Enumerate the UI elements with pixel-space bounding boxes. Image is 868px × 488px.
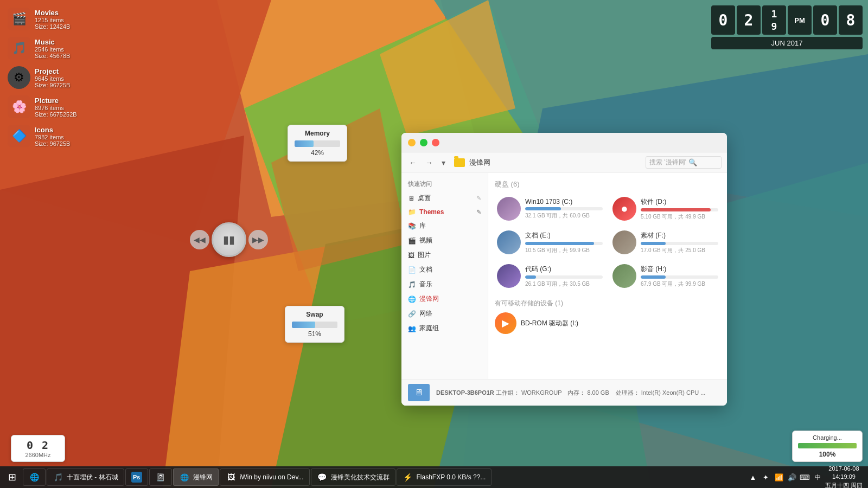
clock-digits: 0 2 1 9 PM 0 8: [711, 5, 863, 35]
flashfxp-icon: ⚡: [403, 472, 413, 483]
ps-icon: Ps: [131, 472, 142, 483]
desktop-sidebar-icon: 🖥: [408, 195, 414, 202]
charging-bar-fill: [798, 443, 857, 448]
next-button[interactable]: ▶▶: [248, 230, 268, 249]
memory-footer-value: 8.00 GB: [587, 389, 609, 396]
taskbar-wangfeng[interactable]: 🌐 漫锋网: [173, 468, 219, 486]
drive-h[interactable]: 影音 (H:) 67.9 GB 可用，共 99.9 GB: [610, 262, 720, 290]
movies-name: Movies: [35, 9, 70, 17]
picture-items: 8976 items: [35, 105, 77, 111]
music-items: 2546 items: [35, 46, 70, 53]
player-center[interactable]: ▮▮: [212, 222, 246, 257]
document-sidebar-icon: 📄: [408, 266, 416, 274]
clock-hour2: 2: [737, 5, 761, 35]
start-button[interactable]: ⊞: [2, 467, 22, 487]
folder-icon: [454, 158, 465, 167]
maximize-button[interactable]: [420, 139, 427, 146]
project-info: Project 9645 items Size: 96725B: [35, 67, 70, 88]
drive-e-bar-bg: [525, 242, 603, 245]
iwin-icon: 🖼: [226, 472, 237, 483]
notes-icon: 📓: [155, 472, 166, 483]
drive-c-thumb: [497, 197, 521, 221]
desktop-icon-music[interactable]: 🎵 Music 2546 items Size: 45678B: [5, 35, 79, 62]
desktop-icons-container: 🎬 Movies 1215 items Size: 12424B 🎵 Music…: [5, 5, 79, 150]
drive-h-info: 影音 (H:) 67.9 GB 可用，共 99.9 GB: [641, 265, 718, 288]
taskbar-notes[interactable]: 📓: [149, 468, 172, 486]
sidebar-item-themes[interactable]: 📁 Themes ✎: [401, 206, 488, 219]
desktop-icon-movies[interactable]: 🎬 Movies 1215 items Size: 12424B: [5, 5, 79, 33]
sidebar-item-quickaccess: 快速访问: [401, 177, 488, 191]
clock-min1-digit: 1: [771, 8, 777, 20]
sidebar-item-music[interactable]: 🎵 音乐: [401, 277, 488, 292]
taskbar-flashfxp[interactable]: ⚡ FlashFXP 0.0 KB/s ??...: [397, 468, 492, 486]
forward-button[interactable]: →: [423, 157, 435, 168]
charging-title: Charging...: [798, 434, 857, 441]
project-name: Project: [35, 67, 70, 75]
sidebar-item-desktop[interactable]: 🖥 桌面 ✎: [401, 191, 488, 206]
explorer-toolbar: ← → ▾ 漫锋网 搜索 '漫锋网' 🔍: [401, 152, 727, 173]
drive-d[interactable]: ● 软件 (D:) 5.10 GB 可用，共 49.9 GB: [610, 195, 720, 223]
drive-c-name: Win10 1703 (C:): [525, 198, 603, 206]
drive-g[interactable]: 代码 (G:) 26.1 GB 可用，共 30.5 GB: [495, 262, 605, 290]
taskbar-photoshop[interactable]: Ps: [125, 468, 148, 486]
sidebar-item-network[interactable]: 🔗 网络: [401, 306, 488, 321]
back-button[interactable]: ←: [407, 157, 419, 168]
desktop-icon-picture[interactable]: 🌸 Picture 8976 items Size: 6675252B: [5, 93, 79, 120]
sidebar-item-picture[interactable]: 🖼 图片: [401, 248, 488, 262]
drive-c[interactable]: Win10 1703 (C:) 32.1 GB 可用，共 60.0 GB: [495, 195, 605, 223]
drive-e-name: 文档 (E:): [525, 231, 603, 240]
tray-volume-icon[interactable]: 🔊: [787, 472, 797, 483]
tray-time: 2017-06-08 14:19:09 五月十四 周四: [825, 465, 863, 488]
clock-ampm: PM: [788, 5, 812, 35]
wangfeng-sidebar-icon: 🌐: [408, 296, 416, 303]
drive-e-free: 10.5 GB 可用: [525, 247, 557, 253]
drive-g-name: 代码 (G:): [525, 265, 603, 274]
bdrom-item[interactable]: ▶ BD-ROM 驱动器 (I:): [495, 312, 720, 334]
family-sidebar-icon: 👥: [408, 325, 416, 332]
tray-lang[interactable]: 中: [813, 473, 823, 481]
swap-percent: 51%: [292, 330, 337, 338]
drive-h-bar: [641, 275, 666, 279]
close-button[interactable]: [432, 139, 439, 146]
drive-c-free: 32.1 GB 可用: [525, 213, 557, 219]
document-sidebar-label: 文档: [419, 265, 432, 274]
removable-title: 有可移动存储的设备 (1): [495, 299, 720, 308]
drive-e[interactable]: 文档 (E:) 10.5 GB 可用，共 99.9 GB: [495, 228, 605, 256]
sidebar-item-library[interactable]: 📚 库: [401, 219, 488, 233]
drive-d-bar-bg: [641, 208, 718, 211]
clock-sec1: 0: [813, 5, 837, 35]
drive-g-bar: [525, 275, 536, 279]
drive-d-free: 5.10 GB 可用: [641, 214, 673, 220]
icons-info: Icons 7982 items Size: 96725B: [35, 126, 70, 147]
sidebar-item-video[interactable]: 🎬 视频: [401, 233, 488, 248]
video-sidebar-label: 视频: [419, 236, 432, 245]
manfeng-label: 漫锋美化技术交流群: [331, 473, 390, 482]
tray-keyboard-icon[interactable]: ⌨: [800, 472, 810, 483]
dropdown-button[interactable]: ▾: [439, 157, 448, 168]
desktop-icon-icons[interactable]: 🔷 Icons 7982 items Size: 96725B: [5, 123, 79, 150]
drive-d-thumb: ●: [612, 197, 636, 221]
sidebar-item-document[interactable]: 📄 文档: [401, 262, 488, 277]
desktop-pin-icon: ✎: [476, 195, 481, 202]
prev-button[interactable]: ◀◀: [190, 230, 209, 249]
drive-g-bar-bg: [525, 275, 603, 279]
search-box[interactable]: 搜索 '漫锋网' 🔍: [646, 156, 722, 169]
minimize-button[interactable]: [408, 139, 416, 146]
tray-network-icon[interactable]: 📶: [774, 472, 784, 483]
taskbar-browser[interactable]: 🌐: [23, 468, 46, 486]
footer-info: DESKTOP-3B6PO1R 工作组： WORKGROUP 内存： 8.00 …: [436, 389, 609, 397]
taskbar-music[interactable]: 🎵 十面埋伏 - 林石城: [47, 468, 124, 486]
drive-d-bar: [641, 208, 711, 211]
sidebar-item-wangfeng[interactable]: 🌐 漫锋网: [401, 292, 488, 306]
drives-title: 硬盘 (6): [495, 179, 720, 189]
tray-star-icon[interactable]: ✦: [761, 472, 771, 483]
bdrom-icon: ▶: [495, 312, 516, 334]
tray-arrow-icon[interactable]: ▲: [748, 472, 758, 483]
drive-f[interactable]: 素材 (F:) 17.0 GB 可用，共 25.0 GB: [610, 228, 720, 256]
taskbar-manfeng[interactable]: 💬 漫锋美化技术交流群: [311, 468, 395, 486]
desktop-icon-project[interactable]: ⚙ Project 9645 items Size: 96725B: [5, 64, 79, 91]
drive-g-thumb: [497, 264, 521, 288]
taskbar-iwin[interactable]: 🖼 iWin by niivu on Dev...: [220, 468, 310, 486]
library-sidebar-label: 库: [419, 221, 426, 230]
sidebar-item-family[interactable]: 👥 家庭组: [401, 321, 488, 336]
